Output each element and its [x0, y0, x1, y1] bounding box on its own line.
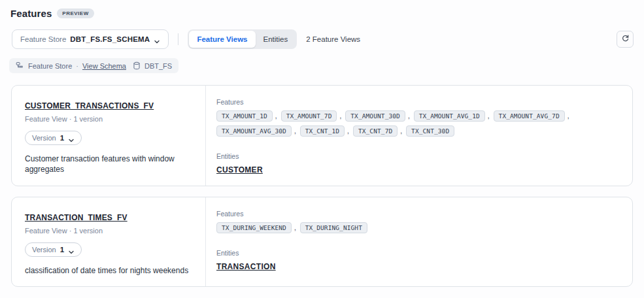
feature-chip-item: TX_DURING_WEEKEND [216, 222, 300, 233]
feature-chip: TX_CNT_30D [406, 125, 454, 137]
entity-link[interactable]: CUSTOMER [216, 165, 263, 174]
chevron-down-icon [154, 36, 160, 42]
features-page: Features PREVIEW Feature Store DBT_FS.FS… [0, 0, 644, 298]
refresh-icon [621, 33, 630, 45]
tab-entities[interactable]: Entities [256, 31, 296, 48]
entities-section: Entities TRANSACTION [216, 249, 619, 272]
version-value: 1 [60, 134, 64, 142]
entities-section-label: Entities [216, 152, 619, 160]
breadcrumb-row: Feature Store · View Schema DBT_FS [9, 58, 634, 73]
feature-chip-item: TX_AMOUNT_AVG_30D [216, 125, 300, 137]
refresh-button[interactable] [617, 31, 634, 48]
entity-link[interactable]: TRANSACTION [216, 262, 276, 271]
page-header: Features PREVIEW [0, 0, 644, 19]
schema-icon [16, 61, 24, 70]
feature-chip: TX_AMOUNT_30D [345, 110, 405, 122]
feature-chip: TX_AMOUNT_AVG_30D [216, 125, 292, 137]
feature-view-type-line: Feature View · 1 version [25, 227, 192, 235]
feature-chip: TX_AMOUNT_AVG_7D [494, 110, 565, 122]
feature-chip: TX_CNT_7D [353, 125, 398, 137]
version-label: Version [32, 246, 56, 254]
toolbar: Feature Store DBT_FS.FS_SCHEMA Feature V… [12, 29, 634, 49]
feature-store-label: Feature Store [20, 35, 66, 43]
page-title: Features [10, 8, 52, 19]
feature-chip-item: TX_CNT_30D [406, 125, 454, 137]
feature-chip: TX_AMOUNT_AVG_1D [414, 110, 485, 122]
features-section-label: Features [216, 210, 619, 218]
version-value: 1 [60, 246, 64, 254]
feature-view-description: classification of date times for nights … [25, 265, 192, 276]
feature-chip-item: TX_AMOUNT_1D [216, 110, 281, 122]
feature-view-card: TRANSACTION_TIMES_FV Feature View · 1 ve… [11, 197, 633, 287]
feature-chip-item: TX_AMOUNT_AVG_7D [494, 110, 573, 122]
toolbar-divider [178, 33, 178, 45]
breadcrumb-database-name: DBT_FS [144, 62, 172, 70]
feature-chip: TX_AMOUNT_7D [281, 110, 337, 122]
breadcrumb-separator: · [76, 62, 78, 70]
feature-store-dropdown[interactable]: Feature Store DBT_FS.FS_SCHEMA [12, 29, 169, 49]
feature-chip: TX_CNT_1D [300, 125, 345, 137]
feature-view-description: Customer transaction features with windo… [25, 154, 188, 174]
entities-section: Entities CUSTOMER [216, 152, 619, 175]
version-dropdown[interactable]: Version 1 [25, 131, 82, 145]
feature-chip: TX_DURING_WEEKEND [216, 222, 292, 233]
feature-chip-item: TX_AMOUNT_30D [345, 110, 413, 122]
card-details: Features TX_AMOUNT_1D TX_AMOUNT_7D TX_AM… [206, 86, 632, 186]
version-dropdown[interactable]: Version 1 [25, 242, 82, 257]
feature-view-name-link[interactable]: CUSTOMER_TRANSACTIONS_FV [25, 101, 154, 110]
features-chip-list: TX_DURING_WEEKEND TX_DURING_NIGHT [216, 222, 619, 233]
features-section-label: Features [216, 98, 619, 106]
database-icon [133, 61, 141, 70]
breadcrumb-store-label: Feature Store [28, 62, 72, 70]
feature-store-value: DBT_FS.FS_SCHEMA [70, 35, 150, 43]
card-summary: CUSTOMER_TRANSACTIONS_FV Feature View · … [12, 86, 206, 186]
chevron-down-icon [68, 135, 75, 141]
feature-chip: TX_DURING_NIGHT [300, 222, 367, 233]
feature-view-name-link[interactable]: TRANSACTION_TIMES_FV [25, 213, 127, 222]
feature-chip-item: TX_AMOUNT_7D [281, 110, 346, 122]
chevron-down-icon [68, 246, 75, 253]
feature-chip-item: TX_CNT_1D [300, 125, 353, 137]
feature-view-card: CUSTOMER_TRANSACTIONS_FV Feature View · … [11, 85, 633, 186]
view-schema-link[interactable]: View Schema [82, 62, 126, 70]
features-chip-list: TX_AMOUNT_1D TX_AMOUNT_7D TX_AMOUNT_30D … [216, 110, 619, 137]
card-summary: TRANSACTION_TIMES_FV Feature View · 1 ve… [12, 197, 206, 286]
feature-views-count: 2 Feature Views [306, 35, 360, 43]
feature-chip-item: TX_AMOUNT_AVG_1D [414, 110, 494, 122]
breadcrumb: Feature Store · View Schema DBT_FS [9, 58, 178, 73]
version-label: Version [32, 134, 56, 142]
feature-chip-item: TX_DURING_NIGHT [300, 222, 367, 233]
card-details: Features TX_DURING_WEEKEND TX_DURING_NIG… [206, 197, 632, 286]
feature-view-type-line: Feature View · 1 version [25, 115, 192, 123]
preview-badge: PREVIEW [57, 8, 93, 18]
feature-chip-item: TX_CNT_7D [353, 125, 406, 137]
entities-section-label: Entities [216, 249, 619, 257]
view-switcher: Feature Views Entities [188, 29, 297, 49]
tab-feature-views[interactable]: Feature Views [189, 31, 255, 48]
feature-chip: TX_AMOUNT_1D [216, 110, 273, 122]
